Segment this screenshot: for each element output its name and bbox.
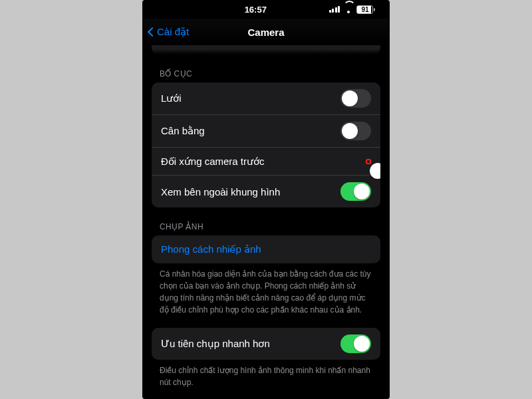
phone-frame: 16:57 91 Cài đặt Camera BỐ CỤC Lưới — [142, 0, 390, 399]
back-label: Cài đặt — [157, 26, 189, 38]
toggle-level[interactable] — [340, 122, 371, 140]
cellular-signal-icon — [329, 6, 340, 13]
row-label: Cân bằng — [161, 125, 340, 137]
row-view-outside-frame[interactable]: Xem bên ngoài khung hình — [152, 175, 380, 207]
row-label: Ưu tiên chụp nhanh hơn — [161, 338, 340, 350]
row-grid[interactable]: Lưới — [152, 82, 380, 114]
group-priority: Ưu tiên chụp nhanh hơn — [152, 328, 380, 360]
annotation-highlight — [366, 159, 371, 164]
row-mirror-front-camera[interactable]: Đối xứng camera trước — [152, 147, 380, 175]
toggle-view-outside-frame[interactable] — [340, 182, 371, 201]
section-header-layout: BỐ CỤC — [152, 55, 380, 82]
row-faster-shooting[interactable]: Ưu tiên chụp nhanh hơn — [152, 328, 380, 360]
status-right: 91 — [329, 5, 376, 14]
section-footer-priority: Điều chỉnh chất lượng hình ảnh thông min… — [152, 360, 380, 388]
chevron-left-icon — [148, 27, 157, 37]
wifi-icon — [343, 6, 353, 13]
previous-group-edge — [152, 45, 380, 55]
status-time: 16:57 — [142, 5, 329, 15]
row-photographic-styles[interactable]: Phong cách nhiếp ảnh — [152, 235, 380, 263]
back-button[interactable]: Cài đặt — [142, 26, 189, 38]
row-label: Đối xứng camera trước — [161, 156, 366, 168]
settings-scroll[interactable]: BỐ CỤC Lưới Cân bằng Đối xứng camera trư… — [142, 45, 390, 399]
row-label: Lưới — [161, 92, 340, 104]
group-capture: Phong cách nhiếp ảnh — [152, 235, 380, 263]
battery-percentage: 91 — [356, 5, 373, 14]
section-footer-capture: Cá nhân hóa giao diện ảnh của bạn bằng c… — [152, 263, 380, 316]
toggle-faster-shooting[interactable] — [340, 334, 371, 353]
battery-icon: 91 — [356, 5, 375, 14]
row-label: Phong cách nhiếp ảnh — [161, 243, 371, 255]
toggle-grid[interactable] — [340, 89, 371, 108]
section-header-capture: CHỤP ẢNH — [152, 207, 380, 235]
nav-header: Cài đặt Camera — [142, 19, 390, 45]
row-label: Xem bên ngoài khung hình — [161, 186, 340, 198]
row-level[interactable]: Cân bằng — [152, 114, 380, 147]
status-bar: 16:57 91 — [142, 0, 390, 19]
group-layout: Lưới Cân bằng Đối xứng camera trước Xem … — [152, 82, 380, 207]
